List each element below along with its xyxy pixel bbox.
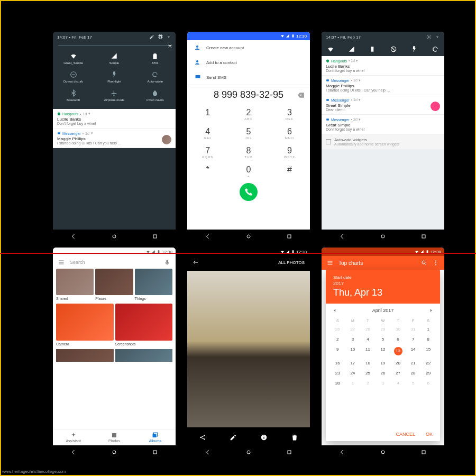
calendar-day[interactable]: 8	[420, 334, 436, 344]
recent-icon[interactable]	[152, 449, 158, 455]
calendar-day[interactable]: 28	[360, 324, 376, 334]
dnd-icon[interactable]	[390, 45, 397, 53]
album-thumb[interactable]	[115, 349, 173, 362]
auto-add-widgets[interactable]: Auto-add widgets Automatically add home …	[322, 134, 444, 149]
more-icon[interactable]	[433, 260, 439, 266]
dialpad-key[interactable]: 9WXYZ	[269, 143, 310, 162]
back-icon[interactable]	[70, 233, 77, 240]
chevron-down-icon[interactable]	[435, 34, 440, 40]
chevron-left-icon[interactable]	[332, 308, 337, 313]
album-camera[interactable]: Camera	[56, 304, 114, 349]
calendar-day[interactable]: 17	[345, 358, 361, 368]
dialpad-key[interactable]: 8TUV	[228, 143, 269, 162]
calendar-day[interactable]: 28	[406, 368, 421, 378]
notification-item[interactable]: Messenger• 1d ▾Great SimpleDear client!	[322, 95, 444, 115]
tab-photos[interactable]: Photos	[94, 429, 134, 445]
calendar-day[interactable]: 24	[345, 368, 361, 378]
notification-item[interactable]: Messenger• 1d ▾ Maggie Phillips I starte…	[53, 129, 176, 148]
dialpad-key[interactable]: 1	[187, 105, 228, 124]
back-icon[interactable]	[339, 449, 345, 455]
checkbox[interactable]	[326, 139, 331, 144]
home-icon[interactable]	[111, 233, 117, 240]
calendar-day[interactable]: 14	[406, 344, 421, 358]
backspace-icon[interactable]	[297, 91, 305, 99]
home-icon[interactable]	[380, 449, 386, 455]
dialpad-key[interactable]: 3DEF	[269, 105, 310, 124]
calendar-day[interactable]: 9	[330, 344, 345, 358]
calendar-day[interactable]: 27	[345, 324, 361, 334]
notification-item[interactable]: Hangouts• 1d ▾Lucile BanksDon't forget b…	[322, 56, 444, 76]
pencil-icon[interactable]	[149, 34, 154, 40]
home-icon[interactable]	[245, 233, 252, 240]
dialpad-key[interactable]: 6MNO	[269, 124, 310, 143]
calendar-day[interactable]: 18	[360, 358, 376, 368]
ok-button[interactable]: OK	[426, 432, 433, 437]
home-icon[interactable]	[245, 449, 252, 455]
all-photos-label[interactable]: ALL PHOTOS	[278, 260, 305, 265]
calendar-day[interactable]: 20	[390, 358, 406, 368]
mic-icon[interactable]	[164, 259, 170, 266]
tab-assistant[interactable]: Assistant	[53, 429, 94, 445]
signal-icon[interactable]	[348, 45, 355, 53]
back-arrow-icon[interactable]	[193, 259, 199, 266]
calendar-day[interactable]: 19	[376, 358, 391, 368]
battery-icon[interactable]	[369, 45, 376, 53]
calendar-day[interactable]: 3	[376, 378, 391, 388]
calendar-day[interactable]: 15	[420, 344, 436, 358]
dialpad-key[interactable]: 0+	[228, 162, 269, 181]
send-sms-row[interactable]: Send SMS	[187, 70, 310, 85]
recent-icon[interactable]	[420, 449, 427, 455]
tile-dnd[interactable]: Do not disturb	[53, 68, 94, 86]
tile-rotate[interactable]: Auto-rotate	[135, 68, 176, 86]
info-icon[interactable]	[260, 434, 268, 441]
calendar-day[interactable]: 3	[345, 334, 361, 344]
year-selector[interactable]: 2017	[333, 281, 433, 286]
calendar-day[interactable]: 26	[330, 324, 345, 334]
calendar-day[interactable]: 5	[376, 334, 391, 344]
album-screenshots[interactable]: Screenshots	[115, 304, 173, 349]
tile-air[interactable]: Airplane mode	[94, 86, 134, 105]
tab-albums[interactable]: Albums	[135, 429, 176, 445]
recent-icon[interactable]	[152, 233, 158, 240]
recent-icon[interactable]	[286, 449, 292, 455]
wifi-icon[interactable]	[327, 45, 334, 53]
calendar-day[interactable]: 30	[330, 378, 345, 388]
dialpad-key[interactable]: 2ABC	[228, 105, 269, 124]
calendar-day[interactable]: 27	[390, 368, 406, 378]
pencil-icon[interactable]	[230, 434, 237, 441]
share-icon[interactable]	[199, 434, 206, 441]
calendar-day[interactable]: 29	[420, 368, 436, 378]
trash-icon[interactable]	[291, 434, 298, 441]
calendar-day[interactable]: 10	[345, 344, 361, 358]
search-bar[interactable]: Search	[53, 256, 176, 269]
tile-flash[interactable]: Flashlight	[94, 68, 134, 86]
add-contact-row[interactable]: Add to a contact	[187, 55, 310, 70]
calendar-day[interactable]: 5	[406, 378, 421, 388]
album-shared[interactable]: Shared	[56, 269, 94, 304]
notification-item[interactable]: Messenger• 1d ▾Maggie PhillipsI started …	[322, 76, 444, 95]
search-icon[interactable]	[421, 260, 427, 266]
gear-icon[interactable]	[158, 34, 163, 40]
calendar-day[interactable]: 1	[420, 324, 436, 334]
calendar-day[interactable]: 4	[360, 334, 376, 344]
album-thumb[interactable]	[56, 349, 114, 362]
calendar-day[interactable]: 13	[390, 344, 406, 358]
calendar-day[interactable]: 29	[376, 324, 391, 334]
calendar-day[interactable]: 21	[406, 358, 421, 368]
back-icon[interactable]	[339, 233, 345, 240]
chevron-down-icon[interactable]	[166, 34, 171, 40]
home-icon[interactable]	[380, 233, 386, 240]
calendar-day[interactable]: 11	[360, 344, 376, 358]
recent-icon[interactable]	[286, 233, 292, 240]
dialpad-key[interactable]: 5JKL	[228, 124, 269, 143]
tile-battery[interactable]: 85%	[135, 49, 176, 68]
dialpad-key[interactable]: *	[187, 162, 228, 181]
menu-icon[interactable]	[58, 259, 65, 266]
dialpad-key[interactable]: #	[269, 162, 310, 181]
calendar-day[interactable]: 23	[330, 368, 345, 378]
dialpad-key[interactable]: 7PQRS	[187, 143, 228, 162]
calendar-day[interactable]: 4	[390, 378, 406, 388]
calendar-day[interactable]: 16	[330, 358, 345, 368]
back-icon[interactable]	[205, 449, 211, 455]
calendar-day[interactable]: 31	[406, 324, 421, 334]
